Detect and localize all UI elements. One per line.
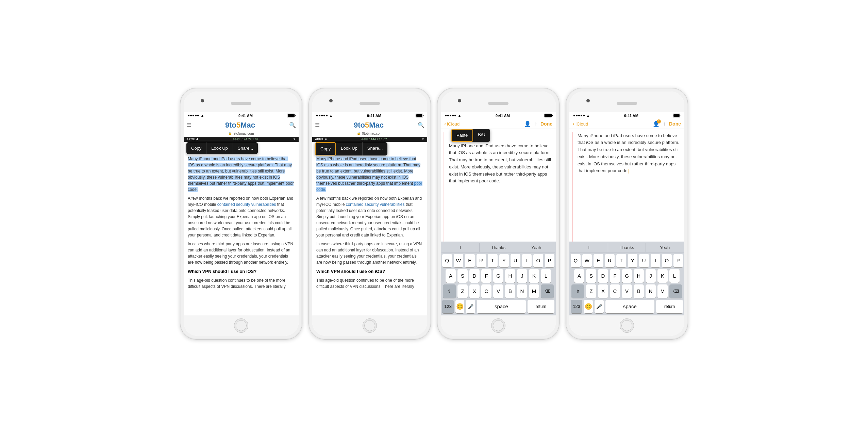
key-W-3[interactable]: W [454,254,464,267]
key-numbers-3[interactable]: 123 [442,300,454,313]
key-B-4[interactable]: B [634,284,644,298]
key-L-3[interactable]: L [541,269,551,283]
look-up-button-2[interactable]: Look Up [336,142,362,156]
suggestion-I-4[interactable]: I [570,243,608,252]
key-D-3[interactable]: D [469,269,480,283]
share-icon-3[interactable]: ↑ [534,121,537,127]
menu-icon-2[interactable]: ☰ [315,122,320,128]
key-F-4[interactable]: F [610,269,620,283]
key-S-3[interactable]: S [457,269,468,283]
key-D-4[interactable]: D [598,269,608,283]
home-button-3[interactable] [491,318,505,333]
key-Y-3[interactable]: Y [499,254,509,267]
key-emoji-3[interactable]: 😊 [455,300,464,313]
home-button-1[interactable] [234,318,248,333]
suggestion-yeah-4[interactable]: Yeah [646,243,684,252]
key-R-4[interactable]: R [605,254,615,267]
key-M-4[interactable]: M [657,284,668,298]
share-icon-4[interactable]: ↑ [663,121,666,127]
key-F-3[interactable]: F [481,269,491,283]
key-J-3[interactable]: J [517,269,527,283]
key-U-3[interactable]: U [511,254,520,267]
key-backspace-3[interactable]: ⌫ [541,284,554,298]
key-space-3[interactable]: space [477,300,526,313]
search-icon-2[interactable]: 🔍 [418,122,424,128]
look-up-button-1[interactable]: Look Up [206,142,233,154]
key-backspace-4[interactable]: ⌫ [669,284,682,298]
home-button-4[interactable] [620,318,634,333]
key-shift-3[interactable]: ⇧ [443,284,456,298]
key-Y-4[interactable]: Y [628,254,638,267]
key-Q-4[interactable]: Q [571,254,581,267]
menu-icon[interactable]: ☰ [186,122,191,128]
key-B-3[interactable]: B [505,284,515,298]
key-W-4[interactable]: W [582,254,592,267]
key-T-3[interactable]: T [488,254,498,267]
key-numbers-4[interactable]: 123 [571,300,582,313]
key-I-4[interactable]: I [651,254,661,267]
key-A-3[interactable]: A [446,269,456,283]
key-K-3[interactable]: K [529,269,539,283]
share-button-2[interactable]: Share... [363,142,388,156]
key-space-4[interactable]: space [605,300,654,313]
key-E-3[interactable]: E [465,254,475,267]
key-Q-3[interactable]: Q [442,254,452,267]
copy-button-2[interactable]: Copy [315,142,336,156]
suggestion-yeah-3[interactable]: Yeah [517,243,555,252]
key-P-4[interactable]: P [673,254,683,267]
key-shift-4[interactable]: ⇧ [571,284,584,298]
key-V-3[interactable]: V [493,284,503,298]
key-U-4[interactable]: U [639,254,649,267]
context-menu-2[interactable]: Copy Look Up Share... [315,142,387,156]
key-Z-4[interactable]: Z [586,284,596,298]
copy-button-1[interactable]: Copy [186,142,206,154]
key-X-4[interactable]: X [598,284,608,298]
paste-button-3[interactable]: Paste [451,129,473,142]
key-mic-3[interactable]: 🎤 [466,300,475,313]
key-V-4[interactable]: V [622,284,632,298]
home-button-2[interactable] [363,318,377,333]
search-icon-1[interactable]: 🔍 [289,122,296,128]
key-O-4[interactable]: O [662,254,672,267]
context-menu-1[interactable]: Copy Look Up Share... [186,142,258,154]
key-O-3[interactable]: O [533,254,543,267]
share-button-1[interactable]: Share... [233,142,258,154]
bold-underline-button-3[interactable]: B/U [473,129,490,142]
key-S-4[interactable]: S [586,269,596,283]
key-L-4[interactable]: L [669,269,680,283]
status-signal-3: ▲ [445,114,461,117]
key-G-4[interactable]: G [622,269,632,283]
key-T-4[interactable]: T [616,254,626,267]
key-R-3[interactable]: R [477,254,486,267]
suggestion-thanks-4[interactable]: Thanks [608,243,646,252]
key-M-3[interactable]: M [529,284,539,298]
key-P-3[interactable]: P [545,254,555,267]
key-I-3[interactable]: I [522,254,532,267]
contact-icon-4[interactable]: 👤1 [653,121,660,127]
contact-icon-3[interactable]: 👤 [524,121,531,127]
key-emoji-4[interactable]: 😊 [584,300,593,313]
paste-menu-3[interactable]: Paste B/U [451,129,490,142]
key-G-3[interactable]: G [493,269,503,283]
key-return-3[interactable]: return [528,300,554,313]
key-Z-3[interactable]: Z [457,284,468,298]
key-H-4[interactable]: H [634,269,644,283]
key-K-4[interactable]: K [657,269,668,283]
key-H-3[interactable]: H [505,269,515,283]
suggestion-I-3[interactable]: I [441,243,480,252]
back-button-4[interactable]: ‹ iCloud [573,121,588,127]
key-C-3[interactable]: C [481,284,491,298]
key-mic-4[interactable]: 🎤 [595,300,603,313]
suggestion-thanks-3[interactable]: Thanks [480,243,518,252]
key-J-4[interactable]: J [646,269,656,283]
key-C-4[interactable]: C [610,284,620,298]
key-return-4[interactable]: return [656,300,683,313]
key-E-4[interactable]: E [594,254,603,267]
back-button-3[interactable]: ‹ iCloud [444,121,460,127]
key-N-3[interactable]: N [517,284,527,298]
done-button-4[interactable]: Done [669,121,681,127]
done-button-3[interactable]: Done [540,121,552,127]
key-N-4[interactable]: N [646,284,656,298]
key-A-4[interactable]: A [574,269,584,283]
key-X-3[interactable]: X [469,284,480,298]
